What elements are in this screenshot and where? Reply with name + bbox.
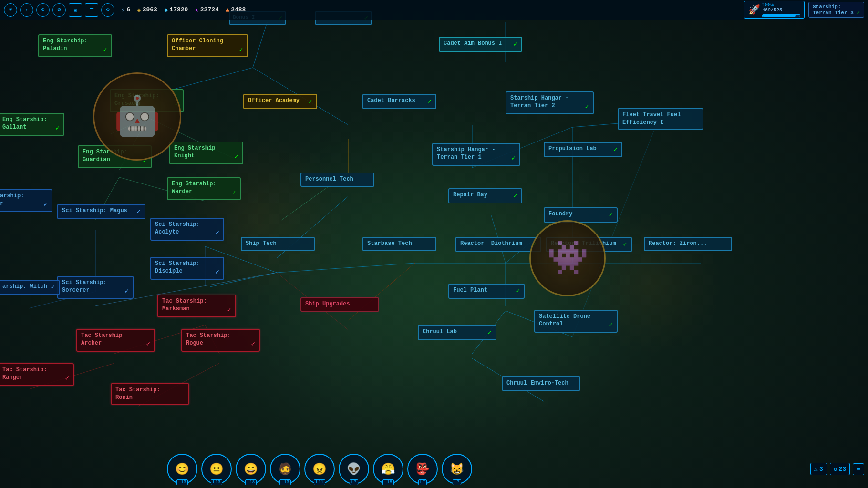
node-tac-ronin[interactable]: Tac Starship:Ronin bbox=[111, 383, 189, 405]
node-hangar-t1[interactable]: Starship Hangar -Terran Tier 1 ✓ bbox=[432, 143, 520, 166]
ship-tier-info: Starship:Terran Tier 3 ✓ bbox=[808, 2, 864, 18]
node-sci-magus[interactable]: Sci Starship: Magus ✓ bbox=[57, 204, 145, 219]
node-sci-partial-left[interactable]: arship:r ✓ bbox=[0, 189, 52, 212]
soldiers-icon: ⚡ bbox=[121, 6, 125, 14]
char-2-face: 😐 bbox=[209, 462, 224, 476]
checkmark-rogue: ✓ bbox=[251, 340, 255, 348]
checkmark-acolyte: ✓ bbox=[216, 229, 219, 237]
checkmark-fuel-plant: ✓ bbox=[516, 287, 520, 295]
resource-credits: ◈ 3963 bbox=[137, 6, 157, 14]
node-satellite-drone[interactable]: Satellite DroneControl ✓ bbox=[534, 310, 618, 333]
node-sci-sorcerer[interactable]: Sci Starship:Sorcerer ✓ bbox=[57, 276, 134, 299]
node-reactor-ziron[interactable]: Reactor: Ziron... bbox=[644, 237, 732, 251]
resource-soldiers: ⚡ 6 bbox=[121, 6, 130, 14]
badge-alert[interactable]: ⚠ 3 bbox=[810, 463, 827, 475]
char-6-level: L7 bbox=[350, 479, 359, 485]
hud-bottom-right: ⚠ 3 ↺ 23 ≡ bbox=[782, 450, 868, 488]
nav-icon-tech[interactable]: ⚙ bbox=[52, 3, 66, 17]
node-fuel-plant[interactable]: Fuel Plant ✓ bbox=[448, 284, 525, 299]
checkmark-cloning: ✓ bbox=[239, 45, 243, 54]
node-propulsion-lab[interactable]: Propulsion Lab ✓ bbox=[544, 142, 622, 157]
node-tac-ranger[interactable]: Tac Starship:Ranger ✓ bbox=[0, 363, 74, 386]
menu-icon: ≡ bbox=[857, 466, 860, 473]
char-9-level: L7 bbox=[453, 479, 462, 485]
node-officer-cloning[interactable]: Officer CloningChamber ✓ bbox=[167, 34, 248, 57]
resource-dark: ★ 22724 bbox=[195, 6, 218, 14]
node-chruul-lab[interactable]: Chruul Lab ✓ bbox=[418, 325, 496, 340]
char-3-level: L18 bbox=[245, 479, 257, 485]
char-7[interactable]: 😤 L18 bbox=[373, 454, 403, 484]
char-7-level: L18 bbox=[382, 479, 394, 485]
checkmark-hangar-t2: ✓ bbox=[585, 102, 589, 111]
node-starbase-tech[interactable]: Starbase Tech bbox=[362, 237, 436, 251]
char-4-level: L13 bbox=[279, 479, 291, 485]
tech-tree: Bonus I ✓ ✓ Eng Starship: Paladin ✓ Offi… bbox=[0, 20, 868, 488]
checkmark-hangar-t1: ✓ bbox=[512, 154, 516, 163]
node-sci-disciple[interactable]: Sci Starship:Disciple ✓ bbox=[150, 257, 224, 280]
credits-icon: ◈ bbox=[137, 6, 141, 14]
node-foundry[interactable]: Foundry ✓ bbox=[544, 207, 618, 223]
node-sci-acolyte[interactable]: Sci Starship:Acolyte ✓ bbox=[150, 218, 224, 241]
node-eng-knight[interactable]: Eng Starship:Knight ✓ bbox=[169, 142, 243, 164]
resource-minerals: ◆ 17820 bbox=[164, 6, 188, 14]
nav-icon-settings[interactable]: ⚙ bbox=[101, 3, 114, 17]
checkmark-sorcerer: ✓ bbox=[125, 287, 129, 295]
char-6[interactable]: 👽 L7 bbox=[339, 454, 369, 484]
char-4-face: 🧔 bbox=[278, 462, 292, 476]
node-cadet-barracks[interactable]: Cadet Barracks ✓ bbox=[362, 94, 436, 109]
fuel-icon: ▲ bbox=[226, 6, 229, 14]
ship-health-bar: 🚀 100% 469/525 bbox=[744, 1, 805, 19]
svg-line-19 bbox=[348, 263, 415, 320]
char-9[interactable]: 😸 L7 bbox=[442, 454, 472, 484]
character-bar: 😊 L13 😐 L13 😄 L18 🧔 L13 😠 L11 👽 L7 😤 L18… bbox=[167, 450, 773, 488]
node-personnel-tech[interactable]: Personnel Tech bbox=[300, 173, 374, 187]
node-officer-academy[interactable]: Officer Academy ✓ bbox=[243, 94, 317, 109]
checkmark-sci-partial: ✓ bbox=[44, 200, 48, 209]
node-eng-gallant[interactable]: Eng Starship:Gallant ✓ bbox=[0, 113, 64, 136]
char-3[interactable]: 😄 L18 bbox=[236, 454, 266, 484]
hud-right-area: 🚀 100% 469/525 Starship:Terran Tier 3 ✓ bbox=[744, 1, 864, 19]
ship-hp: 469/525 bbox=[762, 8, 800, 13]
node-fleet-travel-fuel[interactable]: Fleet Travel FuelEfficiency I bbox=[618, 108, 703, 130]
character-art-left: 🤖 bbox=[114, 93, 161, 140]
node-cadet-aim[interactable]: Cadet Aim Bonus I ✓ bbox=[439, 37, 522, 52]
node-tac-rogue[interactable]: Tac Starship:Rogue ✓ bbox=[181, 329, 260, 352]
char-2-level: L13 bbox=[211, 479, 222, 485]
char-5-face: 😠 bbox=[312, 462, 327, 476]
checkmark-warder: ✓ bbox=[232, 188, 236, 197]
hud-top-bar: ☀ ✦ ⊕ ⚙ ▣ ☰ ⚙ ⚡ 6 ◈ 3963 ◆ 17820 ★ 22724… bbox=[0, 0, 868, 20]
node-ship-upgrades[interactable]: Ship Upgrades bbox=[300, 297, 379, 312]
badge-refresh[interactable]: ↺ 23 bbox=[830, 463, 850, 475]
node-eng-warder[interactable]: Eng Starship:Warder ✓ bbox=[167, 177, 241, 200]
checkmark-archer: ✓ bbox=[146, 340, 150, 348]
node-tac-archer[interactable]: Tac Starship:Archer ✓ bbox=[76, 329, 155, 352]
node-ship-tech[interactable]: Ship Tech bbox=[241, 237, 315, 251]
nav-icon-ships[interactable]: ✦ bbox=[20, 3, 33, 17]
nav-icon-home[interactable]: ☀ bbox=[4, 3, 17, 17]
node-chruul-enviro[interactable]: Chruul Enviro-Tech bbox=[502, 376, 580, 391]
character-circle-left: 🤖 bbox=[93, 72, 181, 161]
node-repair-bay[interactable]: Repair Bay ✓ bbox=[448, 188, 522, 203]
node-hangar-t2[interactable]: Starship Hangar -Terran Tier 2 ✓ bbox=[506, 92, 594, 114]
node-tac-marksman[interactable]: Tac Starship:Marksman ✓ bbox=[157, 295, 236, 317]
nav-icon-map[interactable]: ⊕ bbox=[36, 3, 50, 17]
checkmark-knight: ✓ bbox=[235, 152, 238, 161]
char-8[interactable]: 👺 L7 bbox=[407, 454, 438, 484]
minerals-icon: ◆ bbox=[164, 6, 168, 14]
checkmark-paladin: ✓ bbox=[103, 45, 107, 54]
node-sci-witch[interactable]: arship: Witch ✓ bbox=[0, 280, 60, 295]
badge-menu[interactable]: ≡ bbox=[853, 463, 864, 475]
refresh-icon: ↺ bbox=[834, 465, 837, 473]
checkmark-trilithium: ✓ bbox=[623, 240, 627, 249]
nav-icon-menu[interactable]: ☰ bbox=[85, 3, 98, 17]
svg-line-16 bbox=[277, 263, 415, 273]
nav-icon-crew[interactable]: ▣ bbox=[69, 3, 82, 17]
char-5[interactable]: 😠 L11 bbox=[304, 454, 335, 484]
node-eng-paladin[interactable]: Eng Starship: Paladin ✓ bbox=[38, 34, 112, 57]
char-4[interactable]: 🧔 L13 bbox=[270, 454, 300, 484]
char-2[interactable]: 😐 L13 bbox=[201, 454, 232, 484]
node-reactor-diothrium[interactable]: Reactor: Diothrium ✓ bbox=[455, 237, 541, 252]
checkmark-gallant: ✓ bbox=[56, 124, 60, 132]
char-1[interactable]: 😊 L13 bbox=[167, 454, 197, 484]
char-8-face: 👺 bbox=[415, 462, 430, 476]
